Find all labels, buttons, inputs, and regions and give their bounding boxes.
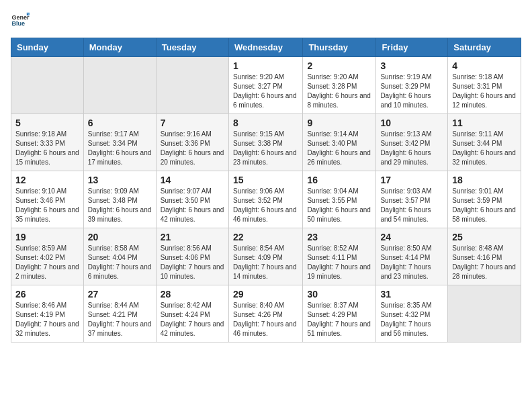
day-info: Sunrise: 8:52 AM Sunset: 4:11 PM Dayligh… [307,244,371,281]
day-cell: 3Sunrise: 9:19 AM Sunset: 3:29 PM Daylig… [376,57,448,114]
week-row-5: 26Sunrise: 8:46 AM Sunset: 4:19 PM Dayli… [11,285,521,342]
week-row-2: 5Sunrise: 9:18 AM Sunset: 3:33 PM Daylig… [11,114,521,171]
day-cell: 14Sunrise: 9:07 AM Sunset: 3:50 PM Dayli… [156,171,228,228]
day-info: Sunrise: 9:20 AM Sunset: 3:27 PM Dayligh… [233,73,298,110]
day-cell: 28Sunrise: 8:42 AM Sunset: 4:24 PM Dayli… [156,285,228,342]
day-info: Sunrise: 9:06 AM Sunset: 3:52 PM Dayligh… [233,187,298,224]
day-info: Sunrise: 8:50 AM Sunset: 4:14 PM Dayligh… [380,244,443,281]
day-info: Sunrise: 9:18 AM Sunset: 3:33 PM Dayligh… [15,130,79,167]
day-cell [156,57,228,114]
day-cell: 10Sunrise: 9:13 AM Sunset: 3:42 PM Dayli… [376,114,448,171]
day-cell: 1Sunrise: 9:20 AM Sunset: 3:27 PM Daylig… [228,57,302,114]
day-number: 27 [88,289,152,300]
day-info: Sunrise: 9:18 AM Sunset: 3:31 PM Dayligh… [452,73,517,110]
day-info: Sunrise: 9:19 AM Sunset: 3:29 PM Dayligh… [380,73,443,110]
week-row-1: 1Sunrise: 9:20 AM Sunset: 3:27 PM Daylig… [11,57,521,114]
day-number: 18 [452,175,517,185]
day-cell: 8Sunrise: 9:15 AM Sunset: 3:38 PM Daylig… [228,114,302,171]
week-row-4: 19Sunrise: 8:59 AM Sunset: 4:02 PM Dayli… [11,228,521,285]
day-number: 7 [161,118,224,128]
day-cell: 7Sunrise: 9:16 AM Sunset: 3:36 PM Daylig… [156,114,228,171]
day-number: 30 [307,289,371,300]
day-cell: 27Sunrise: 8:44 AM Sunset: 4:21 PM Dayli… [83,285,156,342]
day-info: Sunrise: 9:11 AM Sunset: 3:44 PM Dayligh… [452,130,517,167]
day-number: 12 [15,175,79,185]
day-info: Sunrise: 9:16 AM Sunset: 3:36 PM Dayligh… [161,130,224,167]
day-cell: 15Sunrise: 9:06 AM Sunset: 3:52 PM Dayli… [228,171,302,228]
day-info: Sunrise: 8:44 AM Sunset: 4:21 PM Dayligh… [88,301,152,338]
day-info: Sunrise: 9:07 AM Sunset: 3:50 PM Dayligh… [161,187,224,224]
day-number: 28 [161,289,224,300]
day-info: Sunrise: 8:58 AM Sunset: 4:04 PM Dayligh… [88,244,152,281]
day-number: 29 [233,289,298,300]
logo-icon: General Blue [11,11,30,30]
day-info: Sunrise: 9:04 AM Sunset: 3:55 PM Dayligh… [307,187,371,224]
day-cell: 23Sunrise: 8:52 AM Sunset: 4:11 PM Dayli… [303,228,376,285]
header-sunday: Sunday [11,38,84,57]
day-number: 31 [380,289,443,300]
day-cell: 24Sunrise: 8:50 AM Sunset: 4:14 PM Dayli… [376,228,448,285]
day-number: 8 [233,118,298,128]
day-number: 1 [233,60,298,71]
day-number: 16 [307,175,371,185]
day-info: Sunrise: 9:20 AM Sunset: 3:28 PM Dayligh… [307,73,371,110]
day-cell: 4Sunrise: 9:18 AM Sunset: 3:31 PM Daylig… [448,57,521,114]
day-cell: 22Sunrise: 8:54 AM Sunset: 4:09 PM Dayli… [228,228,302,285]
day-info: Sunrise: 8:42 AM Sunset: 4:24 PM Dayligh… [161,301,224,338]
day-info: Sunrise: 9:10 AM Sunset: 3:46 PM Dayligh… [15,187,79,224]
day-number: 4 [452,60,517,71]
day-info: Sunrise: 8:37 AM Sunset: 4:29 PM Dayligh… [307,301,371,338]
day-info: Sunrise: 9:03 AM Sunset: 3:57 PM Dayligh… [380,187,443,224]
day-cell: 21Sunrise: 8:56 AM Sunset: 4:06 PM Dayli… [156,228,228,285]
day-cell: 6Sunrise: 9:17 AM Sunset: 3:34 PM Daylig… [83,114,156,171]
day-info: Sunrise: 8:54 AM Sunset: 4:09 PM Dayligh… [233,244,298,281]
day-cell: 11Sunrise: 9:11 AM Sunset: 3:44 PM Dayli… [448,114,521,171]
header-wednesday: Wednesday [228,38,302,57]
day-cell: 18Sunrise: 9:01 AM Sunset: 3:59 PM Dayli… [448,171,521,228]
day-number: 23 [307,232,371,242]
day-cell [83,57,156,114]
header-saturday: Saturday [448,38,521,57]
day-cell: 30Sunrise: 8:37 AM Sunset: 4:29 PM Dayli… [303,285,376,342]
day-cell: 29Sunrise: 8:40 AM Sunset: 4:26 PM Dayli… [228,285,302,342]
day-number: 15 [233,175,298,185]
day-info: Sunrise: 8:56 AM Sunset: 4:06 PM Dayligh… [161,244,224,281]
day-cell: 17Sunrise: 9:03 AM Sunset: 3:57 PM Dayli… [376,171,448,228]
day-info: Sunrise: 8:48 AM Sunset: 4:16 PM Dayligh… [452,244,517,281]
day-info: Sunrise: 9:01 AM Sunset: 3:59 PM Dayligh… [452,187,517,224]
day-number: 20 [88,232,152,242]
day-cell: 26Sunrise: 8:46 AM Sunset: 4:19 PM Dayli… [11,285,84,342]
day-info: Sunrise: 8:40 AM Sunset: 4:26 PM Dayligh… [233,301,298,338]
day-number: 6 [88,118,152,128]
day-info: Sunrise: 8:35 AM Sunset: 4:32 PM Dayligh… [380,301,443,338]
header-thursday: Thursday [303,38,376,57]
day-info: Sunrise: 8:46 AM Sunset: 4:19 PM Dayligh… [15,301,79,338]
day-cell: 2Sunrise: 9:20 AM Sunset: 3:28 PM Daylig… [303,57,376,114]
day-number: 22 [233,232,298,242]
day-number: 24 [380,232,443,242]
day-cell: 13Sunrise: 9:09 AM Sunset: 3:48 PM Dayli… [83,171,156,228]
day-cell: 20Sunrise: 8:58 AM Sunset: 4:04 PM Dayli… [83,228,156,285]
day-number: 26 [15,289,79,300]
day-cell: 9Sunrise: 9:14 AM Sunset: 3:40 PM Daylig… [303,114,376,171]
day-cell [448,285,521,342]
day-cell: 19Sunrise: 8:59 AM Sunset: 4:02 PM Dayli… [11,228,84,285]
day-info: Sunrise: 9:15 AM Sunset: 3:38 PM Dayligh… [233,130,298,167]
day-number: 17 [380,175,443,185]
day-number: 10 [380,118,443,128]
header-monday: Monday [83,38,156,57]
day-number: 3 [380,60,443,71]
header-friday: Friday [376,38,448,57]
calendar-header-row: SundayMondayTuesdayWednesdayThursdayFrid… [11,38,521,57]
day-cell [11,57,84,114]
day-number: 2 [307,60,371,71]
day-number: 11 [452,118,517,128]
calendar-table: SundayMondayTuesdayWednesdayThursdayFrid… [11,38,521,342]
day-number: 25 [452,232,517,242]
day-number: 5 [15,118,79,128]
day-info: Sunrise: 9:13 AM Sunset: 3:42 PM Dayligh… [380,130,443,167]
day-cell: 5Sunrise: 9:18 AM Sunset: 3:33 PM Daylig… [11,114,84,171]
day-info: Sunrise: 9:17 AM Sunset: 3:34 PM Dayligh… [88,130,152,167]
header-tuesday: Tuesday [156,38,228,57]
page-header: General Blue [11,11,521,30]
